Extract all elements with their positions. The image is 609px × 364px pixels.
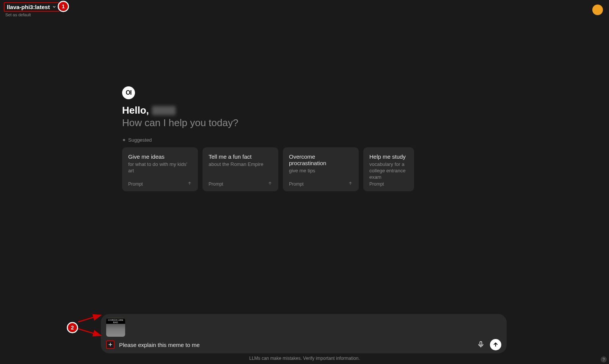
attach-button[interactable]: + <box>106 341 115 349</box>
callout-2: 2 <box>67 322 78 333</box>
svg-line-9 <box>78 329 101 336</box>
card-title: Tell me a fun fact <box>209 153 272 160</box>
logo-icon: OI <box>122 86 135 99</box>
mic-button[interactable] <box>477 341 485 349</box>
greeting-hello: Hello, <box>122 105 149 116</box>
center-area: OI Hello, How can I help you today? ✦ Su… <box>122 86 409 191</box>
help-button[interactable]: ? <box>601 356 607 362</box>
suggested-label: Suggested <box>128 137 152 143</box>
suggested-card[interactable]: Help me study vocabulary for a college e… <box>363 147 414 191</box>
model-selector[interactable]: llava-phi3:latest <box>4 2 60 12</box>
attachment-thumbnail[interactable] <box>106 318 125 337</box>
card-title: Help me study <box>369 153 408 160</box>
model-name: llava-phi3:latest <box>7 4 50 10</box>
suggested-card[interactable]: Overcome procrastination give me tips Pr… <box>283 147 359 191</box>
card-footer: Prompt <box>128 181 192 187</box>
card-title: Overcome procrastination <box>289 153 353 166</box>
plus-icon: + <box>108 341 113 348</box>
set-default-link[interactable]: Set as default <box>4 12 67 17</box>
send-button[interactable] <box>490 339 501 350</box>
sparkle-icon: ✦ <box>122 137 126 143</box>
chevron-down-icon <box>52 4 57 10</box>
card-tag: Prompt <box>369 181 384 187</box>
card-footer: Prompt <box>209 181 272 187</box>
arrow-up-icon <box>348 181 353 187</box>
annotation-arrow-icon <box>77 314 104 323</box>
greeting-username-blurred <box>152 106 176 115</box>
svg-rect-3 <box>480 342 482 345</box>
card-sub: give me tips <box>289 168 353 181</box>
card-tag: Prompt <box>209 181 223 187</box>
callout-1: 1 <box>58 1 69 12</box>
card-sub: vocabulary for a college entrance exam <box>369 161 408 181</box>
arrow-up-icon <box>187 181 192 187</box>
disclaimer: LLMs can make mistakes. Verify important… <box>0 356 609 361</box>
suggested-card[interactable]: Tell me a fun fact about the Roman Empir… <box>202 147 278 191</box>
greeting-sub: How can I help you today? <box>122 117 409 129</box>
topbar: llava-phi3:latest + Set as default <box>0 0 609 17</box>
greeting-line: Hello, <box>122 105 409 116</box>
composer: + <box>101 314 507 353</box>
card-footer: Prompt <box>289 181 353 187</box>
model-area: llava-phi3:latest + Set as default <box>4 2 67 17</box>
annotation-arrow-icon <box>77 328 104 337</box>
suggested-card[interactable]: Give me ideas for what to do with my kid… <box>122 147 198 191</box>
attachment-row <box>106 318 501 337</box>
avatar[interactable] <box>592 5 603 15</box>
card-sub: for what to do with my kids' art <box>128 161 192 181</box>
card-title: Give me ideas <box>128 153 192 160</box>
arrow-up-icon <box>268 181 272 187</box>
svg-line-7 <box>78 315 101 322</box>
card-footer: Prompt <box>369 181 408 187</box>
suggested-header: ✦ Suggested <box>122 137 409 143</box>
card-tag: Prompt <box>289 181 304 187</box>
suggested-cards: Give me ideas for what to do with my kid… <box>122 147 409 191</box>
card-tag: Prompt <box>128 181 143 187</box>
input-row: + <box>106 339 501 350</box>
prompt-input[interactable] <box>119 342 472 348</box>
model-row: llava-phi3:latest + <box>4 2 67 12</box>
card-sub: about the Roman Empire <box>209 161 272 181</box>
